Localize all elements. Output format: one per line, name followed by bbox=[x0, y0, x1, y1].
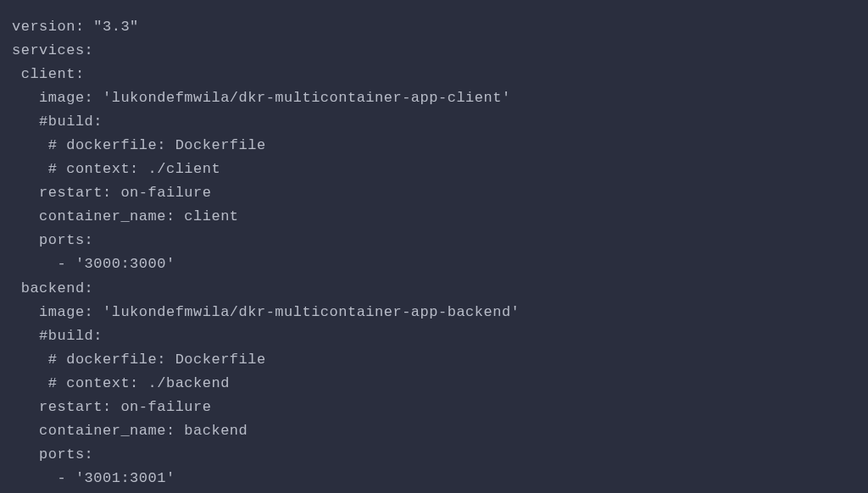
code-line: restart: on-failure bbox=[12, 396, 856, 419]
code-line: container_name: backend bbox=[12, 419, 856, 443]
code-line: client: bbox=[12, 63, 856, 86]
code-line: backend: bbox=[12, 277, 856, 301]
code-line: # context: ./client bbox=[12, 158, 856, 181]
code-line: image: 'lukondefmwila/dkr-multicontainer… bbox=[12, 301, 856, 324]
code-line: ports: bbox=[12, 229, 856, 252]
code-line: - '3000:3000' bbox=[12, 252, 856, 276]
code-line: - '3001:3001' bbox=[12, 467, 856, 490]
code-line: restart: on-failure bbox=[12, 181, 856, 205]
code-line: services: bbox=[12, 39, 856, 63]
code-line: # dockerfile: Dockerfile bbox=[12, 348, 856, 372]
code-line: # dockerfile: Dockerfile bbox=[12, 134, 856, 158]
code-line: #build: bbox=[12, 324, 856, 348]
code-line: # context: ./backend bbox=[12, 372, 856, 396]
code-line: ports: bbox=[12, 443, 856, 467]
code-line: image: 'lukondefmwila/dkr-multicontainer… bbox=[12, 86, 856, 110]
code-line: #build: bbox=[12, 110, 856, 134]
code-line: container_name: client bbox=[12, 205, 856, 229]
code-block: version: "3.3" services: client: image: … bbox=[12, 15, 856, 490]
code-line: version: "3.3" bbox=[12, 15, 856, 39]
